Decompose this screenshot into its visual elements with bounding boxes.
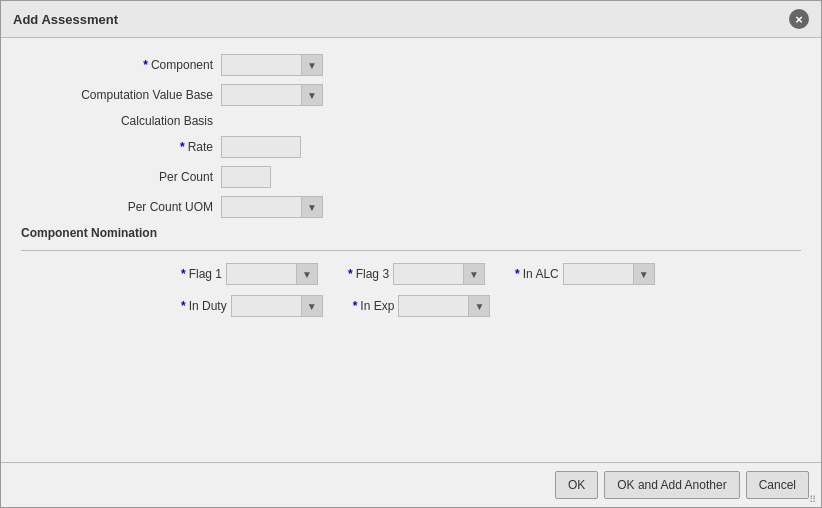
calculation-basis-row: Calculation Basis xyxy=(21,114,801,128)
component-nomination-title: Component Nomination xyxy=(21,226,801,240)
computation-value-base-input[interactable] xyxy=(221,84,301,106)
nomination-row-1: * Flag 1 ▼ * Flag 3 ▼ xyxy=(21,263,801,285)
per-count-row: Per Count xyxy=(21,166,801,188)
dialog-body: *Component ▼ Computation Value Base ▼ Ca… xyxy=(1,38,821,462)
in-exp-field: * In Exp ▼ xyxy=(353,295,491,317)
per-count-uom-dropdown-arrow[interactable]: ▼ xyxy=(301,196,323,218)
flag3-dropdown-arrow[interactable]: ▼ xyxy=(463,263,485,285)
computation-value-base-select-wrapper: ▼ xyxy=(221,84,323,106)
in-duty-required-star: * xyxy=(181,299,186,313)
flag3-required-star: * xyxy=(348,267,353,281)
rate-row: *Rate xyxy=(21,136,801,158)
flag1-input[interactable] xyxy=(226,263,296,285)
computation-value-base-label: Computation Value Base xyxy=(21,88,221,102)
in-duty-select-wrapper: ▼ xyxy=(231,295,323,317)
in-duty-label: In Duty xyxy=(189,299,227,313)
per-count-uom-label: Per Count UOM xyxy=(21,200,221,214)
in-exp-label: In Exp xyxy=(360,299,394,313)
add-assessment-dialog: Add Assessment × *Component ▼ Computatio… xyxy=(0,0,822,508)
in-exp-input[interactable] xyxy=(398,295,468,317)
dialog-title: Add Assessment xyxy=(13,12,118,27)
flag1-label: Flag 1 xyxy=(189,267,222,281)
cancel-button[interactable]: Cancel xyxy=(746,471,809,499)
ok-button[interactable]: OK xyxy=(555,471,598,499)
in-duty-field: * In Duty ▼ xyxy=(181,295,323,317)
component-input[interactable] xyxy=(221,54,301,76)
in-alc-required-star: * xyxy=(515,267,520,281)
calculation-basis-label: Calculation Basis xyxy=(21,114,221,128)
component-required-star: * xyxy=(143,58,148,72)
in-alc-input[interactable] xyxy=(563,263,633,285)
ok-add-another-button[interactable]: OK and Add Another xyxy=(604,471,739,499)
dialog-header: Add Assessment × xyxy=(1,1,821,38)
per-count-input[interactable] xyxy=(221,166,271,188)
component-label: *Component xyxy=(21,58,221,72)
per-count-uom-row: Per Count UOM ▼ xyxy=(21,196,801,218)
computation-value-base-dropdown-arrow[interactable]: ▼ xyxy=(301,84,323,106)
flag1-field: * Flag 1 ▼ xyxy=(181,263,318,285)
in-alc-field: * In ALC ▼ xyxy=(515,263,655,285)
flag3-select-wrapper: ▼ xyxy=(393,263,485,285)
per-count-uom-input[interactable] xyxy=(221,196,301,218)
component-select-wrapper: ▼ xyxy=(221,54,323,76)
in-duty-input[interactable] xyxy=(231,295,301,317)
in-alc-select-wrapper: ▼ xyxy=(563,263,655,285)
in-alc-label: In ALC xyxy=(523,267,559,281)
computation-value-base-row: Computation Value Base ▼ xyxy=(21,84,801,106)
flag3-label: Flag 3 xyxy=(356,267,389,281)
in-duty-dropdown-arrow[interactable]: ▼ xyxy=(301,295,323,317)
nomination-row-2: * In Duty ▼ * In Exp ▼ xyxy=(21,295,801,317)
flag3-input[interactable] xyxy=(393,263,463,285)
component-nomination-section: Component Nomination * Flag 1 ▼ * Flag 3 xyxy=(21,226,801,317)
component-row: *Component ▼ xyxy=(21,54,801,76)
in-exp-required-star: * xyxy=(353,299,358,313)
flag1-select-wrapper: ▼ xyxy=(226,263,318,285)
close-button[interactable]: × xyxy=(789,9,809,29)
dialog-footer: OK OK and Add Another Cancel ⠿ xyxy=(1,462,821,507)
component-dropdown-arrow[interactable]: ▼ xyxy=(301,54,323,76)
rate-label: *Rate xyxy=(21,140,221,154)
in-exp-select-wrapper: ▼ xyxy=(398,295,490,317)
flag1-dropdown-arrow[interactable]: ▼ xyxy=(296,263,318,285)
in-alc-dropdown-arrow[interactable]: ▼ xyxy=(633,263,655,285)
flag3-field: * Flag 3 ▼ xyxy=(348,263,485,285)
rate-required-star: * xyxy=(180,140,185,154)
per-count-label: Per Count xyxy=(21,170,221,184)
section-divider xyxy=(21,250,801,251)
in-exp-dropdown-arrow[interactable]: ▼ xyxy=(468,295,490,317)
rate-input[interactable] xyxy=(221,136,301,158)
per-count-uom-select-wrapper: ▼ xyxy=(221,196,323,218)
flag1-required-star: * xyxy=(181,267,186,281)
resize-handle-icon[interactable]: ⠿ xyxy=(809,495,819,505)
